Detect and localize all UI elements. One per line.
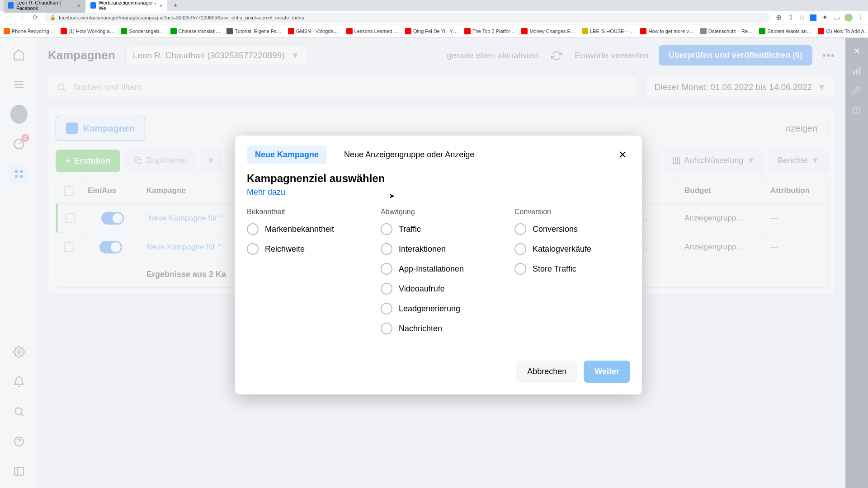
campaign-objective-modal: Neue Kampagne Neue Anzeigengruppe oder A… (235, 136, 642, 394)
bookmark-bar: Phone Recycling…(1) How Working a…Sonder… (0, 24, 868, 38)
url-bar[interactable]: 🔒 facebook.com/adsmanager/manage/campaig… (44, 13, 770, 23)
radio[interactable] (514, 223, 526, 235)
browser-tab[interactable]: Werbeanzeigenmanager - We× (86, 0, 167, 13)
bookmark-item[interactable]: Sonderangeb… (121, 28, 164, 34)
radio[interactable] (381, 283, 392, 295)
new-tab-button[interactable]: + (171, 1, 180, 10)
objective-heading: Conversion (514, 208, 630, 216)
bookmark-item[interactable]: Lessons Learned … (346, 28, 399, 34)
cursor-icon: ➤ (389, 192, 395, 200)
bookmark-item[interactable]: GMSN - Vologda,… (288, 28, 340, 34)
objective-option[interactable]: Interaktionen (381, 243, 496, 255)
radio[interactable] (381, 243, 392, 255)
tab-title: Werbeanzeigenmanager - We (99, 0, 156, 11)
objective-option[interactable]: Katalogverkäufe (514, 243, 630, 255)
objective-option[interactable]: Reichweite (247, 243, 363, 255)
objective-option[interactable]: Videoaufrufe (381, 283, 496, 295)
objective-column: BekanntheitMarkenbekanntheitReichweite (247, 208, 363, 343)
tab-new-campaign[interactable]: Neue Kampagne (247, 145, 327, 164)
bookmark-item[interactable]: Phone Recycling… (4, 28, 54, 34)
back-button[interactable]: ← (4, 13, 13, 22)
browser-tab[interactable]: Leon R. Chaudhari | Facebook× (4, 0, 85, 13)
bookmark-item[interactable]: (2) How To Add A… (818, 28, 868, 34)
next-button[interactable]: Weiter (584, 361, 630, 383)
lock-icon: 🔒 (50, 14, 56, 20)
url-actions: ⊕ ⇧ ☆ ✦ ▭ ⋮ (775, 14, 864, 22)
radio[interactable] (381, 303, 392, 314)
objective-column: AbwägungTrafficInteraktionenApp-Installa… (381, 208, 496, 343)
bookmark-item[interactable]: How to get more v… (640, 28, 693, 34)
favicon (8, 2, 14, 9)
objective-option[interactable]: Traffic (381, 223, 496, 235)
bookmark-item[interactable]: Datenschutz – Re… (700, 28, 753, 34)
modal-tabs: Neue Kampagne Neue Anzeigengruppe oder A… (247, 145, 630, 164)
tab-strip: Leon R. Chaudhari | Facebook× Werbeanzei… (0, 0, 868, 11)
modal-title: Kampagnenziel auswählen (247, 172, 630, 185)
bookmark-item[interactable]: Chinese translati… (170, 28, 221, 34)
radio[interactable] (381, 263, 392, 275)
video-icon[interactable]: ▭ (833, 14, 840, 21)
close-icon[interactable]: × (159, 2, 163, 9)
bookmark-item[interactable]: Qing Fei De Yi - Y… (405, 28, 458, 34)
bookmark-item[interactable]: Tutorial: Eigene Fa… (226, 28, 282, 34)
objective-option[interactable]: Markenbekanntheit (247, 223, 363, 235)
star-icon[interactable]: ☆ (798, 14, 806, 21)
radio[interactable] (381, 323, 392, 334)
bookmark-item[interactable]: (1) How Working a… (61, 28, 115, 34)
browser-chrome: Leon R. Chaudhari | Facebook× Werbeanzei… (0, 0, 868, 38)
fb-icon[interactable] (810, 14, 816, 21)
radio[interactable] (247, 243, 259, 255)
bookmark-item[interactable]: Money Changes E… (521, 28, 576, 34)
objective-option[interactable]: Leadgenerierung (381, 303, 496, 314)
profile-icon[interactable] (844, 14, 853, 22)
extensions-icon[interactable]: ✦ (821, 14, 828, 21)
tab-new-adgroup[interactable]: Neue Anzeigengruppe oder Anzeige (336, 145, 482, 164)
nav-bar: ← → ⟳ 🔒 facebook.com/adsmanager/manage/c… (0, 11, 868, 24)
objective-heading: Abwägung (381, 208, 496, 216)
tab-title: Leon R. Chaudhari | Facebook (16, 0, 74, 11)
learn-more-link[interactable]: Mehr dazu (247, 188, 630, 197)
modal-footer: Abbrechen Weiter (247, 361, 630, 383)
forward-button[interactable]: → (17, 13, 26, 22)
bookmark-item[interactable]: The Top 3 Platfor… (464, 28, 515, 34)
objective-column: ConversionConversionsKatalogverkäufeStor… (514, 208, 630, 343)
reload-button[interactable]: ⟳ (31, 13, 40, 22)
close-button[interactable]: ✕ (615, 147, 630, 163)
objective-option[interactable]: App-Installationen (381, 263, 496, 275)
objectives-columns: BekanntheitMarkenbekanntheitReichweiteAb… (247, 208, 630, 343)
share-icon[interactable]: ⇧ (787, 14, 794, 21)
radio[interactable] (514, 263, 526, 275)
favicon (90, 2, 96, 9)
objective-option[interactable]: Conversions (514, 223, 630, 235)
radio[interactable] (381, 223, 392, 235)
bookmark-item[interactable]: Student Wants an… (759, 28, 811, 34)
bookmark-item[interactable]: LEE 'S HOUSE—… (582, 28, 634, 34)
cancel-button[interactable]: Abbrechen (516, 361, 577, 383)
menu-icon[interactable]: ⋮ (857, 14, 864, 21)
objective-option[interactable]: Store Traffic (514, 263, 630, 275)
close-icon[interactable]: × (77, 2, 80, 9)
radio[interactable] (247, 223, 259, 235)
radio[interactable] (514, 243, 526, 255)
objective-heading: Bekanntheit (247, 208, 363, 216)
objective-option[interactable]: Nachrichten (381, 323, 496, 334)
url-text: facebook.com/adsmanager/manage/campaigns… (59, 15, 304, 20)
zoom-icon[interactable]: ⊕ (775, 14, 782, 21)
